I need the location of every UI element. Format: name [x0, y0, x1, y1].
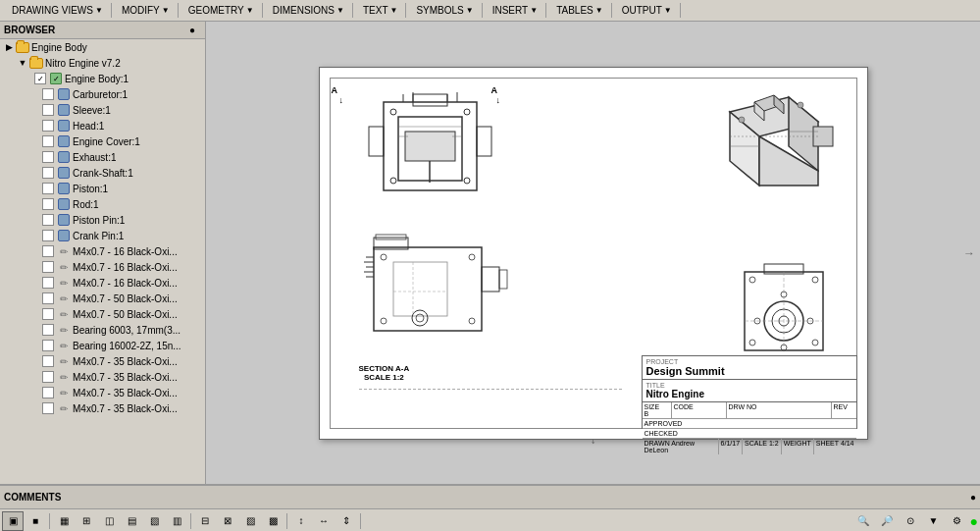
tree-checkbox[interactable]: [42, 402, 54, 414]
tree-checkbox[interactable]: [42, 371, 54, 383]
tree-checkbox[interactable]: ✓: [34, 73, 46, 84]
tables-arrow: ▼: [595, 6, 603, 15]
tree-checkbox[interactable]: [42, 387, 54, 398]
tree-item[interactable]: ✏Bearing 16002-2Z, 15n...: [0, 338, 205, 353]
expand-icon-2[interactable]: ▼: [18, 58, 27, 68]
arrow-btn-2[interactable]: ↔: [313, 511, 335, 531]
tree-checkbox[interactable]: [42, 135, 54, 147]
tree-item[interactable]: ✏Bearing 6003, 17mm(3...: [0, 322, 205, 338]
tree-checkbox[interactable]: [42, 245, 54, 257]
layout-btn-1[interactable]: ⊟: [194, 511, 216, 531]
tree-checkbox[interactable]: [42, 355, 54, 367]
tree-checkbox[interactable]: [42, 167, 54, 179]
expand-placeholder: [31, 388, 41, 398]
tree-item[interactable]: ✏M4x0.7 - 50 Black-Oxi...: [0, 291, 205, 306]
tree-checkbox[interactable]: [42, 230, 54, 241]
tables-group: TABLES ▼: [548, 3, 612, 18]
tree-item[interactable]: Crank Pin:1: [0, 228, 205, 243]
tree-item[interactable]: ✓✓Engine Body:1: [0, 71, 205, 86]
select-btn[interactable]: ▣: [2, 511, 24, 531]
tree-item[interactable]: Crank-Shaft:1: [0, 165, 205, 181]
tree-checkbox[interactable]: [42, 292, 54, 304]
settings-btn[interactable]: ⚙: [947, 511, 968, 531]
tree-container[interactable]: ▶ Engine Body ▼ Nitro Engine v7.2 ✓✓Engi…: [0, 39, 205, 484]
view-btn-4[interactable]: ▤: [121, 511, 142, 531]
geometry-label: GEOMETRY: [188, 5, 244, 16]
comments-pin[interactable]: ●: [970, 492, 976, 503]
tree-item[interactable]: Piston:1: [0, 181, 205, 196]
geometry-btn[interactable]: GEOMETRY ▼: [184, 3, 258, 18]
svg-point-38: [469, 254, 475, 260]
text-btn[interactable]: TEXT ▼: [359, 3, 401, 18]
tree-checkbox[interactable]: [42, 340, 54, 351]
tree-item-label: Crank-Shaft:1: [73, 168, 133, 179]
layout-btn-4[interactable]: ▩: [262, 511, 284, 531]
svg-point-35: [412, 310, 428, 326]
tree-checkbox[interactable]: [42, 104, 54, 116]
modify-group: MODIFY ▼: [114, 3, 179, 18]
tree-item[interactable]: Engine Cover:1: [0, 133, 205, 149]
tree-checkbox[interactable]: [42, 324, 54, 336]
comments-header: COMMENTS ●: [0, 485, 980, 508]
arrow-btn-1[interactable]: ↕: [290, 511, 312, 531]
expand-icon[interactable]: ▶: [4, 42, 14, 52]
draw-btn[interactable]: ■: [25, 511, 46, 531]
tree-item[interactable]: ✏M4x0.7 - 50 Black-Oxi...: [0, 306, 205, 322]
tree-checkbox[interactable]: [42, 198, 54, 210]
tree-item[interactable]: Sleeve:1: [0, 102, 205, 118]
tree-checkbox[interactable]: [42, 88, 54, 100]
tree-checkbox[interactable]: [42, 261, 54, 273]
tree-root-engine-body[interactable]: ▶ Engine Body: [0, 39, 205, 55]
tree-item[interactable]: Head:1: [0, 118, 205, 133]
drwno-cell: DRW NO: [727, 402, 832, 418]
tree-item[interactable]: Piston Pin:1: [0, 212, 205, 228]
view-options-btn[interactable]: ▼: [923, 511, 945, 531]
symbols-btn[interactable]: SYMBOLS ▼: [412, 3, 477, 18]
tree-item[interactable]: Rod:1: [0, 196, 205, 212]
tree-item-label: Engine Body:1: [65, 74, 129, 84]
layout-btn-2[interactable]: ⊠: [217, 511, 238, 531]
expand-placeholder: [31, 89, 41, 99]
tree-item[interactable]: ✏M4x0.7 - 16 Black-Oxi...: [0, 275, 205, 291]
tree-item[interactable]: Exhaust:1: [0, 149, 205, 165]
zoom-out-btn[interactable]: 🔎: [876, 511, 898, 531]
tree-checkbox[interactable]: [42, 214, 54, 226]
tree-item[interactable]: ✏M4x0.7 - 35 Black-Oxi...: [0, 353, 205, 369]
tree-checkbox[interactable]: [42, 277, 54, 289]
modify-btn[interactable]: MODIFY ▼: [118, 3, 174, 18]
tree-checkbox[interactable]: [42, 151, 54, 163]
view-btn-5[interactable]: ▧: [143, 511, 165, 531]
view-btn-2[interactable]: ⊞: [76, 511, 97, 531]
bottom-toolbar: ▣ ■ ▦ ⊞ ◫ ▤ ▧ ▥ ⊟ ⊠ ▨ ▩ ↕ ↔ ⇕ 🔍 🔎 ⊙ ▼ ⚙ …: [0, 508, 980, 531]
tree-checkbox[interactable]: [42, 120, 54, 132]
layout-btn-3[interactable]: ▨: [239, 511, 261, 531]
tree-item[interactable]: Carburetor:1: [0, 86, 205, 102]
tree-item[interactable]: ✏M4x0.7 - 35 Black-Oxi...: [0, 400, 205, 416]
view-btn-3[interactable]: ◫: [98, 511, 120, 531]
output-btn[interactable]: OUTPUT ▼: [618, 3, 676, 18]
dimensions-btn[interactable]: DIMENSIONS ▼: [269, 3, 348, 18]
section-arrow-down-left: ↓: [339, 95, 344, 105]
expand-placeholder: [31, 372, 41, 382]
zoom-in-btn[interactable]: 🔍: [852, 511, 874, 531]
tree-nitro-engine[interactable]: ▼ Nitro Engine v7.2: [0, 55, 205, 71]
tree-item[interactable]: ✏M4x0.7 - 16 Black-Oxi...: [0, 243, 205, 259]
drawing-views-btn[interactable]: DRAWING VIEWS ▼: [8, 3, 107, 18]
tree-item[interactable]: ✏M4x0.7 - 35 Black-Oxi...: [0, 385, 205, 400]
arrow-btn-3[interactable]: ⇕: [335, 511, 357, 531]
canvas-area[interactable]: ← → ↑ ↓ A A ↓ ↓: [206, 22, 980, 484]
insert-btn[interactable]: INSERT ▼: [489, 3, 542, 18]
tree-item[interactable]: ✏M4x0.7 - 16 Black-Oxi...: [0, 259, 205, 275]
browser-pin[interactable]: ●: [189, 25, 201, 36]
insert-group: INSERT ▼: [485, 3, 546, 18]
geometry-group: GEOMETRY ▼: [181, 3, 263, 18]
tables-btn[interactable]: TABLES ▼: [552, 3, 607, 18]
tree-checkbox[interactable]: [42, 308, 54, 320]
svg-rect-28: [499, 270, 507, 289]
tree-checkbox[interactable]: [42, 183, 54, 194]
right-arrow: →: [963, 246, 975, 260]
view-btn-1[interactable]: ▦: [53, 511, 75, 531]
tree-item[interactable]: ✏M4x0.7 - 35 Black-Oxi...: [0, 369, 205, 385]
view-btn-6[interactable]: ▥: [166, 511, 187, 531]
zoom-fit-btn[interactable]: ⊙: [900, 511, 921, 531]
